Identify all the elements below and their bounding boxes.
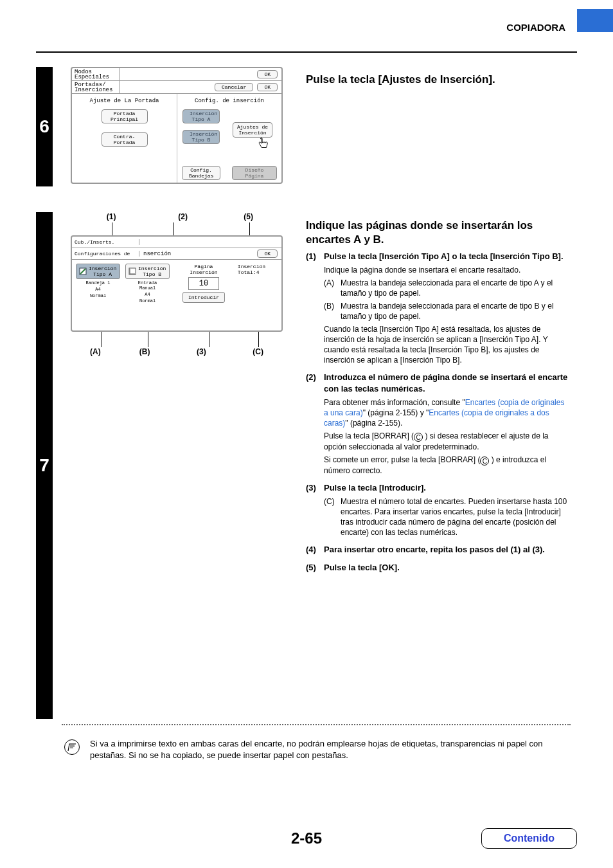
section-tab bbox=[577, 9, 613, 32]
config-bandejas-button[interactable]: Config. Bandejas bbox=[182, 166, 220, 180]
callout-3: (3) bbox=[170, 347, 234, 356]
callout-a: (A) bbox=[71, 347, 120, 356]
col-a-line2: A4 bbox=[76, 287, 120, 292]
step-7-panel-wrap: (1) (2) (5) Cub./Inserts. Configuracione… bbox=[71, 212, 283, 356]
i2-p1: Para obtener más información, consulte "… bbox=[324, 397, 571, 428]
instruction-list: (1) Pulse la tecla [Inserción Tipo A] o … bbox=[306, 251, 571, 577]
step-7-number: 7 bbox=[39, 455, 49, 476]
page-number-display: 10 bbox=[188, 277, 219, 290]
step-7-title: Indique las páginas donde se insertarán … bbox=[306, 219, 571, 247]
cub-inserts-tab[interactable]: Cub./Inserts. bbox=[72, 239, 139, 245]
i1-p2: Cuando la tecla [Inserción Tipo A] está … bbox=[324, 324, 571, 365]
clear-key-icon-2: C bbox=[480, 457, 489, 466]
i2-num: (2) bbox=[306, 372, 324, 476]
page-header: COPIADORA bbox=[506, 22, 565, 33]
clear-key-icon-1: C bbox=[414, 433, 423, 442]
step-6-title: Pulse la tecla [Ajustes de Inserción]. bbox=[306, 73, 571, 86]
i5-title: Pulse la tecla [OK]. bbox=[324, 562, 400, 574]
i4-title: Para insertar otro encarte, repita los p… bbox=[324, 544, 545, 556]
i1-a-label: (A) bbox=[324, 278, 341, 298]
i1-b-text: Muestra la bandeja seleccionada para el … bbox=[341, 301, 571, 321]
insercion-tipo-a-mini[interactable]: Inserción Tipo A bbox=[76, 264, 120, 279]
col-a-line3: Normal bbox=[76, 293, 120, 298]
i2-title: Introduzca el número de página donde se … bbox=[324, 372, 571, 395]
insercion-total: Inserción Total:4 bbox=[238, 264, 278, 303]
ajuste-portada-header: Ajuste de La Portada bbox=[77, 98, 172, 104]
pagina-insercion-label: Página Inserción bbox=[190, 264, 217, 275]
step-6-number: 6 bbox=[39, 116, 49, 137]
portada-principal-button[interactable]: Portada Principal bbox=[102, 109, 148, 123]
cancelar-button[interactable]: Cancelar bbox=[215, 83, 253, 91]
i5-num: (5) bbox=[306, 562, 324, 574]
callout-b: (B) bbox=[120, 347, 170, 356]
step-7-panel: Cub./Inserts. Configuraciones de nserció… bbox=[71, 235, 283, 332]
insercion-tipo-a-button[interactable]: Inserción Tipo A bbox=[182, 109, 220, 123]
i2-p3: Si comete un error, pulse la tecla [BORR… bbox=[324, 455, 571, 476]
callout-1: (1) bbox=[71, 212, 152, 221]
col-a-line1: Bandeja 1 bbox=[76, 280, 120, 285]
i1-title: Pulse la tecla [Inserción Tipo A] o la t… bbox=[324, 251, 571, 262]
i4-num: (4) bbox=[306, 544, 324, 556]
step-6-panel: Modos Especiales OK Portadas/ Insercione… bbox=[71, 67, 283, 184]
i2-p2: Pulse la tecla [BORRAR] (C ) si desea re… bbox=[324, 431, 571, 452]
contenido-button[interactable]: Contenido bbox=[481, 828, 577, 849]
insercion-tipo-b-mini[interactable]: Inserción Tipo B bbox=[125, 264, 170, 279]
i3-c-text: Muestra el número total de encartes. Pue… bbox=[341, 496, 571, 538]
callout-2: (2) bbox=[152, 212, 214, 221]
col-b-line1: Entrada Manual bbox=[125, 280, 170, 291]
config-insercion-header: Config. de inserción bbox=[182, 98, 276, 104]
step-6-marker: 6 bbox=[36, 67, 53, 186]
i1-a-text: Muestra la bandeja seleccionada para el … bbox=[341, 278, 571, 298]
callout-c: (C) bbox=[233, 347, 283, 356]
i1-p1: Indique la página donde se insertará el … bbox=[324, 265, 571, 275]
step-7-marker: 7 bbox=[36, 212, 53, 719]
insercion-tipo-b-button[interactable]: Inserción Tipo B bbox=[182, 130, 220, 144]
i1-b-label: (B) bbox=[324, 301, 341, 321]
ok-button-3[interactable]: OK bbox=[257, 249, 278, 258]
i3-title: Pulse la tecla [Introducir]. bbox=[324, 482, 571, 494]
note-text: Si va a imprimirse texto en ambas caras … bbox=[90, 738, 571, 761]
diseno-pagina-button[interactable]: Diseño Página bbox=[232, 166, 277, 180]
dotted-separator bbox=[62, 724, 571, 725]
contraportada-button[interactable]: Contra- Portada bbox=[102, 132, 148, 147]
ok-button-1[interactable]: OK bbox=[257, 70, 278, 78]
insert-a-icon bbox=[79, 267, 87, 275]
modos-especiales-tab[interactable]: Modos Especiales bbox=[72, 68, 120, 80]
note-icon bbox=[64, 739, 80, 755]
col-b-line2: A4 bbox=[125, 292, 170, 297]
insert-b-icon bbox=[129, 267, 136, 275]
i3-c-label: (C) bbox=[324, 496, 341, 538]
config-label-right: nserción bbox=[143, 251, 171, 257]
header-rule bbox=[36, 51, 577, 53]
config-label-left: Configuraciones de bbox=[72, 251, 139, 257]
i1-num: (1) bbox=[306, 251, 324, 365]
ajustes-insercion-button[interactable]: Ajustes de Inserción bbox=[233, 122, 272, 138]
col-b-line3: Normal bbox=[125, 298, 170, 303]
ok-button-2[interactable]: OK bbox=[257, 83, 278, 91]
callout-5: (5) bbox=[214, 212, 283, 221]
hand-cursor-icon bbox=[256, 136, 270, 152]
portadas-inserciones-tab[interactable]: Portadas/ Inserciones bbox=[72, 81, 120, 93]
i3-num: (3) bbox=[306, 482, 324, 538]
introducir-button[interactable]: Introducir bbox=[182, 292, 225, 303]
